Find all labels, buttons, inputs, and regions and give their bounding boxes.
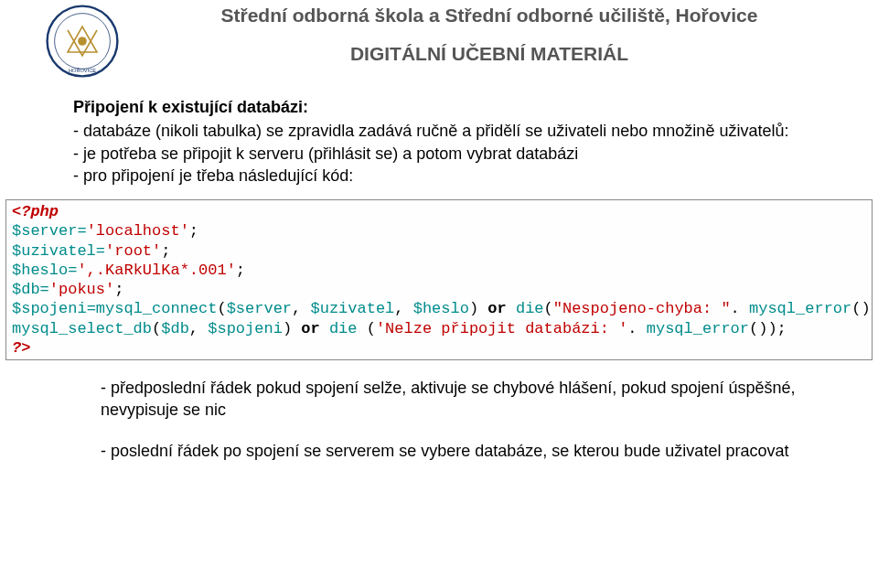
lparen: ( [749,320,758,337]
var-uzivatel: $uzivatel [12,242,96,260]
lparen: ( [851,300,861,317]
semicolon: ; [236,262,245,279]
func-die: die [329,320,358,337]
code-block: <?php $server='localhost'; $uzivatel='ro… [5,199,873,360]
paragraph-5: - poslední řádek po spojení se serverem … [73,440,805,462]
lparen: ( [152,320,161,337]
rparen: ) [283,320,292,337]
var-heslo: $heslo [12,262,68,279]
header-text-block: Střední odborná škola a Střední odborné … [119,5,860,65]
arg-heslo: $heslo [413,300,469,317]
document-subtitle: DIGITÁLNÍ UČEBNÍ MATERIÁL [119,43,860,65]
school-logo: HOŘOVICE [46,5,119,78]
lparen: ( [544,300,553,317]
arg-uzivatel: $uzivatel [310,300,394,317]
document-header: HOŘOVICE Střední odborná škola a Střední… [0,0,878,96]
lparen: ( [367,320,376,337]
equals: = [87,300,96,317]
semicolon: ; [161,242,170,260]
arg-server: $server [227,300,292,317]
svg-text:HOŘOVICE: HOŘOVICE [69,67,96,73]
str-localhost: 'localhost' [87,222,189,240]
paragraph-2: - je potřeba se připojit k serveru (přih… [73,143,805,165]
php-open-tag: <?php [12,203,59,220]
document-content: Připojení k existující databázi: - datab… [0,96,878,187]
equals: = [68,262,77,279]
semicolon: ; [114,281,123,298]
func-error: mysql_error [647,320,749,337]
lparen: ( [217,300,226,317]
equals: = [96,242,105,260]
concat: . [627,320,646,337]
var-server: $server [12,222,77,240]
arg-spojeni: $spojeni [208,320,283,337]
arg-db: $db [161,320,189,337]
paragraph-1: - databáze (nikoli tabulka) se zpravidla… [73,120,805,142]
equals: = [77,222,86,240]
rparen: ) [861,300,870,317]
keyword-or: or [301,320,319,337]
comma: , [394,300,412,317]
section-title: Připojení k existující databázi: [73,96,805,118]
func-connect: mysql_connect [96,300,218,317]
semicolon: ; [777,320,787,337]
comma: , [189,320,208,337]
comma: , [292,300,310,317]
str-err1: "Nespojeno-chyba: " [553,300,731,317]
rparen: ) [871,300,873,317]
equals: = [40,281,49,298]
rparen: ) [758,320,767,337]
func-die: die [516,300,544,317]
str-root: 'root' [105,242,161,260]
rparen: ) [469,300,478,317]
var-db: $db [12,281,40,298]
school-name: Střední odborná škola a Střední odborné … [119,5,860,27]
paragraph-4: - předposlední řádek pokud spojení selže… [73,377,805,422]
str-heslo: ',.KaRkUlKa*.001' [77,262,235,279]
var-spojeni: $spojeni [12,300,87,317]
php-close-tag: ?> [12,339,30,357]
document-content-bottom: - předposlední řádek pokud spojení selže… [0,377,878,462]
keyword-or: or [487,300,506,317]
str-err2: 'Nelze připojit databázi: ' [376,320,627,337]
rparen: ) [767,320,776,337]
str-pokus: 'pokus' [49,281,114,298]
func-select-db: mysql_select_db [12,320,152,337]
func-error: mysql_error [749,300,851,317]
paragraph-3: - pro připojení je třeba následující kód… [73,165,805,187]
concat: . [731,300,749,317]
semicolon: ; [189,222,198,240]
svg-point-2 [78,37,87,46]
